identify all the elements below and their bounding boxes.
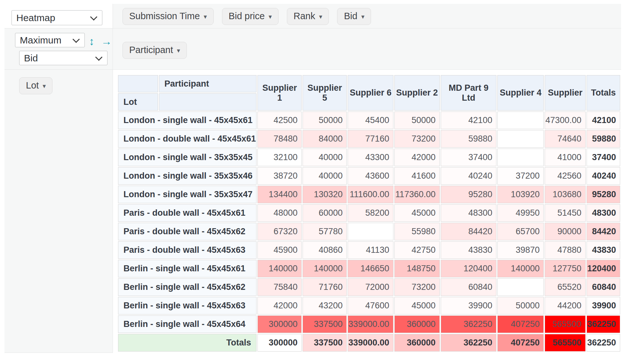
pivot-cell-r3-c4: 40240 [441, 167, 497, 185]
pivot-cell-r4-c3: 117360.00 [394, 186, 440, 203]
table-row: Berlin - single wall - 45x45x63420004320… [118, 297, 620, 314]
table-row: Berlin - single wall - 45x45x62758407176… [118, 278, 620, 296]
pivot-cell-r11-c5: 407250 [497, 315, 544, 333]
renderer-panel: Heatmap [4, 4, 113, 28]
pivot-cell-r1-c2: 77160 [348, 130, 393, 148]
pivot-cell-r6-c1: 57780 [303, 223, 347, 240]
col-order-arrow-icon[interactable]: → [101, 36, 112, 47]
triangle-down-icon[interactable]: ▾ [361, 13, 364, 20]
row-total-r2: 37400 [587, 149, 620, 166]
pivot-cell-r0-c2: 45400 [348, 112, 393, 129]
pivot-cell-r9-c1: 71760 [303, 278, 347, 296]
triangle-down-icon[interactable]: ▾ [269, 13, 272, 20]
pivot-cell-r3-c0: 38720 [257, 167, 302, 185]
row-order-arrow-icon[interactable]: ↕ [89, 36, 94, 47]
pivot-cell-r4-c2: 111600.00 [348, 186, 393, 203]
attribute-label: Bid [344, 11, 357, 21]
pivot-cell-r4-c4: 95280 [441, 186, 497, 203]
attribute-button-bid[interactable]: Bid▾ [337, 8, 371, 25]
triangle-down-icon[interactable]: ▾ [43, 82, 46, 90]
corner-cell [159, 93, 257, 111]
pivot-cell-r3-c5: 37200 [497, 167, 544, 185]
col-header-2: Supplier 6 [348, 75, 393, 111]
table-row: Paris - double wall - 45x45x626732057780… [118, 223, 620, 240]
row-total-r8: 120400 [587, 260, 620, 277]
row-total-r6: 84420 [587, 223, 620, 240]
col-header-3: Supplier 2 [394, 75, 440, 111]
chevron-down-icon [73, 35, 80, 43]
pivot-cell-r8-c2: 146650 [348, 260, 393, 277]
row-label-9: Berlin - single wall - 45x45x62 [118, 278, 257, 296]
row-total-r9: 60840 [587, 278, 620, 296]
pivot-cell-r0-c0: 42500 [257, 112, 302, 129]
pivot-cell-r10-c4: 39900 [441, 297, 497, 314]
row-total-r10: 39900 [587, 297, 620, 314]
pivot-cell-r5-c2: 58200 [348, 204, 393, 222]
row-label-3: London - single wall - 35x35x46 [118, 167, 257, 185]
row-label-10: Berlin - single wall - 45x45x63 [118, 297, 257, 314]
pivot-cell-r4-c5: 103920 [497, 186, 544, 203]
pivot-cell-r2-c3: 42000 [394, 149, 440, 166]
pivot-cell-r7-c3: 42750 [394, 241, 440, 259]
pivot-cell-r10-c6: 44200 [545, 297, 586, 314]
pivot-cell-r7-c0: 45900 [257, 241, 302, 259]
aggregator-arg-select[interactable]: Bid [19, 51, 107, 65]
pivot-cell-r11-c0: 300000 [257, 315, 302, 333]
pivot-cell-r2-c1: 40000 [303, 149, 347, 166]
pivot-cell-r10-c2: 47600 [348, 297, 393, 314]
table-row: London - single wall - 35x35x47134400130… [118, 186, 620, 203]
pivot-cell-r10-c3: 45000 [394, 297, 440, 314]
pivot-cell-r10-c1: 43200 [303, 297, 347, 314]
pivot-cell-r2-c5 [497, 149, 544, 166]
pivot-table: ParticipantSupplier 1Supplier 5Supplier … [117, 74, 621, 352]
attribute-button-submission-time[interactable]: Submission Time▾ [122, 8, 214, 25]
pivot-ui: Heatmap Submission Time▾Bid price▾Rank▾B… [4, 4, 621, 353]
pivot-cell-r0-c3: 50000 [394, 112, 440, 129]
pivot-cell-r8-c3: 148750 [394, 260, 440, 277]
renderer-select[interactable]: Heatmap [12, 10, 102, 25]
pivot-cell-r11-c6: 565500 [545, 315, 586, 333]
pivot-cell-r5-c0: 48000 [257, 204, 302, 222]
pivot-cell-r10-c5: 50000 [497, 297, 544, 314]
chevron-down-icon [95, 53, 103, 61]
table-row: Paris - double wall - 45x45x614800060000… [118, 204, 620, 222]
col-attribute-button-participant[interactable]: Participant▾ [122, 42, 187, 59]
pivot-cell-r6-c2 [348, 223, 393, 240]
pivot-cell-r6-c6: 90000 [545, 223, 586, 240]
pivot-cell-r5-c5: 49950 [497, 204, 544, 222]
corner-cell [118, 75, 158, 92]
pivot-cell-r0-c6: 47300.00 [545, 112, 586, 129]
triangle-down-icon[interactable]: ▾ [177, 47, 180, 54]
aggregator-select-value: Maximum [20, 35, 61, 46]
pivot-cell-r9-c5 [497, 278, 544, 296]
aggregator-select[interactable]: Maximum [15, 33, 85, 47]
chevron-down-icon [90, 13, 98, 20]
pivot-cell-r3-c6: 42560 [545, 167, 586, 185]
pivot-cell-r2-c2: 43300 [348, 149, 393, 166]
table-row: London - single wall - 35x35x46387204000… [118, 167, 620, 185]
row-label-6: Paris - double wall - 45x45x62 [118, 223, 257, 240]
pivot-cell-r5-c3: 45000 [394, 204, 440, 222]
row-total-r3: 40240 [587, 167, 620, 185]
attribute-label: Bid price [229, 11, 265, 21]
row-total-r11: 362250 [587, 315, 620, 333]
col-total-c0: 300000 [257, 334, 302, 352]
renderer-select-value: Heatmap [16, 12, 55, 23]
pivot-cell-r2-c0: 32100 [257, 149, 302, 166]
attribute-button-bid-price[interactable]: Bid price▾ [222, 8, 279, 25]
attribute-label: Submission Time [129, 11, 200, 21]
attribute-button-rank[interactable]: Rank▾ [287, 8, 329, 25]
pivot-cell-r6-c3: 55980 [394, 223, 440, 240]
col-header-5: Supplier 4 [497, 75, 544, 111]
pivot-cell-r9-c2: 72000 [348, 278, 393, 296]
col-total-c1: 337500 [303, 334, 347, 352]
triangle-down-icon[interactable]: ▾ [204, 13, 207, 20]
triangle-down-icon[interactable]: ▾ [319, 13, 322, 20]
row-attribute-button-lot[interactable]: Lot▾ [19, 77, 52, 94]
pivot-cell-r5-c1: 60000 [303, 204, 347, 222]
pivot-cell-r11-c3: 360000 [394, 315, 440, 333]
column-attributes-list: Participant▾ [122, 42, 187, 59]
pivot-cell-r0-c4: 42100 [441, 112, 497, 129]
pivot-cell-r7-c4: 43830 [441, 241, 497, 259]
col-header-1: Supplier 5 [303, 75, 347, 111]
